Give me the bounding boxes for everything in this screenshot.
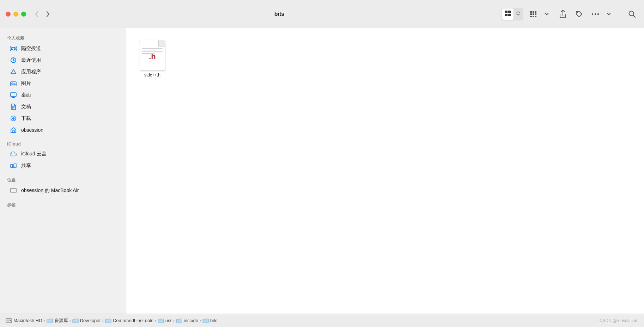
sidebar-item-apps[interactable]: 应用程序 [3,66,123,78]
sidebar-item-recent-label: 最近使用 [21,57,41,63]
ellipsis-icon [591,13,599,15]
icloud-drive-icon [10,150,17,158]
chevron-left-icon [35,11,38,17]
svg-rect-7 [530,13,532,15]
docs-icon [10,103,17,110]
apps-icon [10,68,17,75]
more-options-group [589,8,615,20]
sidebar-item-desktop[interactable]: 桌面 [3,90,123,101]
list-view-button[interactable] [527,8,540,20]
svg-rect-11 [533,16,534,17]
search-button[interactable] [626,8,638,20]
svg-point-34 [10,320,11,321]
more-button[interactable] [589,8,602,20]
grid-icon [504,10,511,17]
breadcrumb-bits[interactable]: bits [202,318,217,323]
svg-rect-9 [535,13,536,15]
svg-rect-6 [535,11,536,13]
sidebar-item-photos[interactable]: 图片 [3,78,123,89]
share-icon [559,10,567,18]
tag-button[interactable] [573,8,585,20]
svg-rect-0 [505,11,508,13]
file-grid: .h stdc++.h [135,37,636,81]
more-chevron-down-icon [607,13,611,16]
search-icon [628,10,636,18]
sidebar-item-docs[interactable]: 文稿 [3,101,123,112]
breadcrumb-usr-label: usr [165,318,172,323]
sidebar: 个人收藏 隔空投送 最近使用 应用程序 图片 [0,28,126,314]
h-file-corner [158,40,165,47]
sidebar-item-desktop-label: 桌面 [21,92,31,98]
sidebar-item-photos-label: 图片 [21,80,31,87]
sidebar-section-favorites: 个人收藏 [0,32,126,43]
sidebar-item-obsession-label: obsession [21,127,43,133]
breadcrumb-include[interactable]: include [176,318,198,323]
sidebar-item-shared[interactable]: 共享 [3,160,123,171]
icon-view-button[interactable] [502,8,514,20]
airdrop-icon [10,45,17,52]
svg-rect-10 [530,16,532,17]
status-bar: Macintosh HD › 资源库 › Developer › Command… [0,314,644,327]
svg-rect-12 [535,16,536,17]
chevron-up-down-button[interactable] [514,10,523,19]
breadcrumb-macintosh-hd[interactable]: Macintosh HD [6,318,42,323]
sidebar-item-downloads[interactable]: 下载 [3,113,123,124]
breadcrumb-developer-label: Developer [80,318,101,323]
sidebar-item-recent[interactable]: 最近使用 [3,55,123,66]
breadcrumb-sep-6: › [200,318,201,323]
view-options-button[interactable] [540,8,553,20]
sidebar-item-shared-label: 共享 [21,162,31,169]
window-controls [6,12,26,17]
sidebar-item-docs-label: 文稿 [21,104,31,110]
window-title: bits [57,11,502,17]
breadcrumb-developer[interactable]: Developer [72,318,101,323]
svg-point-19 [12,47,15,50]
title-bar: bits [0,0,644,28]
sidebar-item-apps-label: 应用程序 [21,69,41,75]
maximize-button[interactable] [21,12,26,17]
view-select-group [527,8,553,20]
share-button[interactable] [557,8,569,20]
tag-icon [575,10,583,18]
folder-icon-bits [202,318,209,323]
svg-rect-32 [11,189,16,192]
sidebar-item-obsession[interactable]: obsession [3,124,123,136]
apps-grid-icon [529,10,537,18]
sidebar-item-icloud-drive[interactable]: iCloud 云盘 [3,148,123,160]
svg-rect-3 [508,14,511,16]
sidebar-section-icloud: iCloud [0,139,126,148]
breadcrumb-commandlinetools-label: CommandLineTools [113,318,153,323]
svg-line-18 [633,15,635,17]
svg-rect-4 [530,11,532,13]
minimize-button[interactable] [13,12,18,17]
photos-icon [10,80,17,87]
svg-rect-8 [533,13,534,15]
main-content: 个人收藏 隔空投送 最近使用 应用程序 图片 [0,28,644,314]
breadcrumb-macintosh-hd-label: Macintosh HD [13,318,42,323]
view-toggle-group [502,8,523,20]
breadcrumb-include-label: include [184,318,198,323]
folder-icon-usr [158,318,164,323]
house-icon [10,127,17,134]
forward-button[interactable] [43,9,53,19]
sidebar-item-downloads-label: 下载 [21,115,31,122]
close-button[interactable] [6,12,11,17]
sidebar-item-airdrop[interactable]: 隔空投送 [3,43,123,54]
sidebar-section-location: 位置 [0,174,126,185]
sidebar-item-airdrop-label: 隔空投送 [21,45,41,52]
h-file-shape: .h [140,40,165,71]
breadcrumb-commandlinetools[interactable]: CommandLineTools [105,318,153,323]
breadcrumb-usr[interactable]: usr [158,318,172,323]
svg-point-16 [597,13,599,14]
breadcrumb-sep-3: › [102,318,104,323]
svg-rect-23 [11,93,16,97]
sidebar-item-macbook[interactable]: obsession 的 MacBook Air [3,185,123,196]
watermark: CSDN @.obsession. [600,318,638,323]
svg-point-13 [577,12,578,13]
folder-icon-commandlinetools [105,318,111,323]
more-chevron-button[interactable] [602,8,615,20]
back-button[interactable] [32,9,42,19]
file-item-stdc-h[interactable]: .h stdc++.h [135,37,170,81]
breadcrumb-resources[interactable]: 资源库 [47,317,68,324]
sidebar-section-tags: 标签 [0,199,126,210]
